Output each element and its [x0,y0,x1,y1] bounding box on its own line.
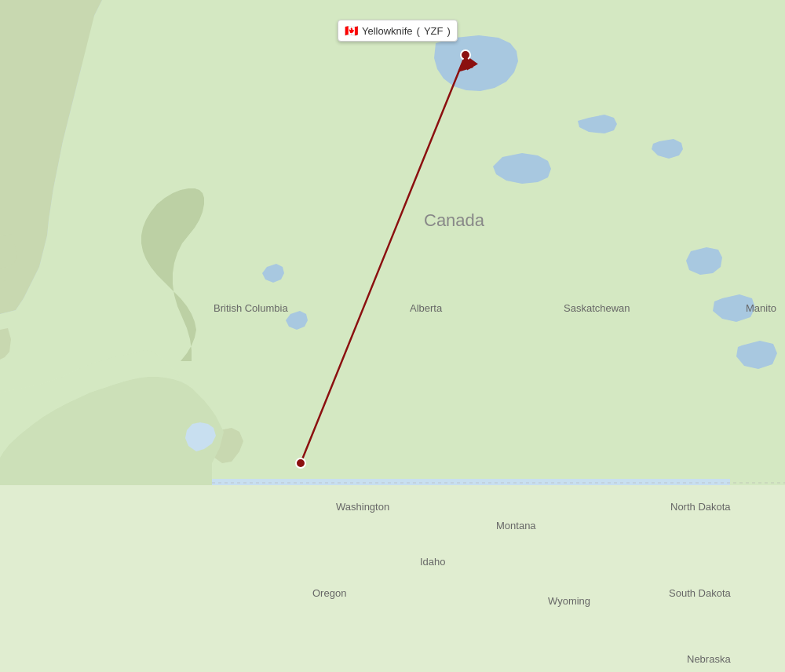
yellowknife-code: YZF [424,25,444,37]
canada-flag-icon: 🇨🇦 [345,24,358,37]
yellowknife-label: 🇨🇦 Yellowknife (YZF) [338,20,458,42]
yellowknife-label-text: Yellowknife [362,25,413,37]
map-svg [0,0,785,672]
svg-point-3 [296,458,305,468]
map-container: 🇨🇦 Yellowknife (YZF) Canada British Colu… [0,0,785,672]
